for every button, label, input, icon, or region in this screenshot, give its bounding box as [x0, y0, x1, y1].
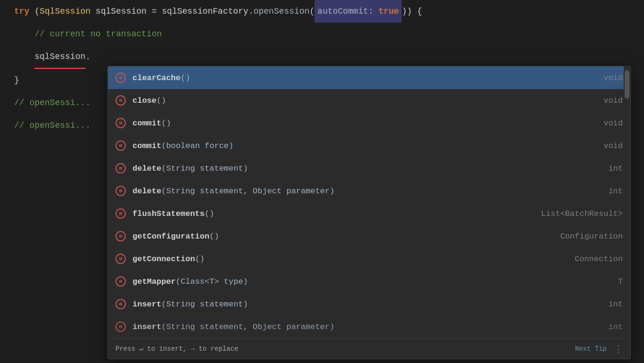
list-item[interactable]: m getMapper(Class<T> type) T — [108, 270, 630, 293]
autocomplete-popup: m clearCache() void m close() void m com… — [107, 66, 631, 359]
method-name-text: getConnection — [132, 255, 195, 264]
method-name-text: delete — [132, 164, 161, 173]
method-params-text: (String statement, Object parameter) — [161, 187, 334, 196]
item-return-type: Connection — [575, 255, 623, 264]
list-item[interactable]: m delete(String statement, Object parame… — [108, 180, 630, 202]
item-signature: commit(boolean force) — [132, 141, 596, 150]
item-signature: getMapper(Class<T> type) — [132, 277, 611, 286]
item-return-type: List<BatchResult> — [541, 209, 623, 218]
next-tip-link[interactable]: Next Tip — [575, 345, 607, 353]
comment-transaction: // current no transaction — [14, 23, 162, 45]
item-signature: flushStatements() — [132, 209, 534, 218]
list-item[interactable]: m getConnection() Connection — [108, 248, 630, 270]
method-icon: m — [116, 231, 126, 241]
code-text — [14, 46, 34, 68]
comment-opensession-1: // openSessi... — [14, 91, 91, 114]
list-item[interactable]: m close() void — [108, 89, 630, 112]
item-return-type: T — [618, 277, 623, 286]
method-icon: m — [116, 118, 126, 128]
key-hint-enter: Press ↵ to insert, — [116, 345, 191, 353]
item-return-type: void — [603, 119, 623, 128]
list-item[interactable]: m delete(String statement) int — [108, 157, 630, 180]
comment-opensession-2: // openSessi... — [14, 114, 91, 137]
method-opensession: openSession — [254, 0, 310, 23]
item-return-type: int — [608, 187, 623, 196]
sqlsession-ref: sqlSession — [34, 45, 85, 69]
method-icon: m — [116, 186, 126, 196]
item-return-type: void — [603, 141, 623, 150]
method-params-text: (boolean force) — [161, 141, 233, 150]
method-name-text: insert — [132, 300, 161, 309]
item-return-type: int — [608, 300, 623, 309]
item-return-type: int — [608, 322, 623, 331]
value-true: true — [379, 7, 399, 16]
item-signature: commit() — [132, 119, 596, 128]
method-params-text: () — [181, 74, 190, 82]
method-params-text: () — [209, 232, 219, 241]
method-params-text: () — [161, 119, 171, 128]
method-params-text: () — [205, 209, 214, 218]
list-item[interactable]: m commit(boolean force) void — [108, 134, 630, 157]
method-params-text: () — [157, 96, 166, 105]
list-item[interactable]: m getConfiguration() Configuration — [108, 225, 630, 248]
param-autocommit: autoCommit: true — [314, 0, 402, 23]
method-params-text: (String statement, Object parameter) — [161, 322, 334, 331]
footer-hint-text: Press ↵ to insert, → to replace — [116, 345, 575, 353]
method-icon: m — [116, 254, 126, 264]
method-params-text: (String statement) — [161, 164, 248, 173]
scrollbar-thumb[interactable] — [625, 70, 629, 99]
code-line-1: try ( SqlSession sqlSession = sqlSession… — [14, 0, 630, 23]
code-line-2: // current no transaction — [14, 23, 630, 45]
method-params-text: (Class<T> type) — [176, 277, 248, 286]
method-icon: m — [116, 140, 126, 151]
method-name-text: delete — [132, 187, 161, 196]
item-signature: delete(String statement, Object paramete… — [132, 187, 601, 196]
code-text: ( — [29, 0, 40, 23]
item-return-type: void — [603, 74, 623, 82]
item-signature: close() — [132, 96, 596, 105]
list-item[interactable]: m insert(String statement, Object parame… — [108, 315, 630, 338]
item-signature: clearCache() — [132, 74, 596, 82]
keyword-try: try — [14, 0, 29, 23]
type-sqlsession: SqlSession — [40, 0, 91, 23]
method-icon: m — [116, 73, 126, 83]
code-text: )) { — [402, 0, 422, 23]
method-name-text: insert — [132, 322, 161, 331]
list-item[interactable]: m insert(String statement) int — [108, 293, 630, 315]
item-signature: getConfiguration() — [132, 232, 553, 241]
autocomplete-list: m clearCache() void m close() void m com… — [108, 66, 630, 338]
code-brace-close: } — [14, 69, 19, 91]
method-name-text: clearCache — [132, 74, 181, 82]
method-icon: m — [116, 299, 126, 309]
item-return-type: int — [608, 164, 623, 173]
method-name-text: getMapper — [132, 277, 176, 286]
method-name-text: commit — [132, 141, 161, 150]
item-signature: insert(String statement, Object paramete… — [132, 322, 601, 331]
item-signature: insert(String statement) — [132, 300, 601, 309]
list-item[interactable]: m flushStatements() List<BatchResult> — [108, 202, 630, 225]
list-item[interactable]: m clearCache() void — [108, 66, 630, 89]
method-icon: m — [116, 163, 126, 173]
method-icon: m — [116, 95, 126, 106]
item-return-type: Configuration — [560, 232, 623, 241]
item-signature: delete(String statement) — [132, 164, 601, 173]
method-params-text: (String statement) — [161, 300, 248, 309]
scrollbar-track[interactable] — [624, 66, 630, 359]
key-hint-replace: → to replace — [191, 345, 239, 353]
item-return-type: void — [603, 96, 623, 105]
method-name-text: commit — [132, 119, 161, 128]
method-icon: m — [116, 276, 126, 287]
method-icon: m — [116, 208, 126, 219]
method-name-text: getConfiguration — [132, 232, 209, 241]
code-text: sqlSession = sqlSessionFactory. — [91, 0, 254, 23]
item-signature: getConnection() — [132, 255, 567, 264]
code-line-3: sqlSession. — [14, 45, 630, 69]
method-params-text: () — [195, 255, 205, 264]
method-name-text: close — [132, 96, 157, 105]
code-dot: . — [85, 46, 91, 68]
autocomplete-footer: Press ↵ to insert, → to replace Next Tip… — [108, 338, 630, 359]
method-icon: m — [116, 322, 126, 332]
list-item[interactable]: m commit() void — [108, 112, 630, 134]
more-options-button[interactable]: ⋮ — [614, 344, 623, 354]
method-name-text: flushStatements — [132, 209, 205, 218]
